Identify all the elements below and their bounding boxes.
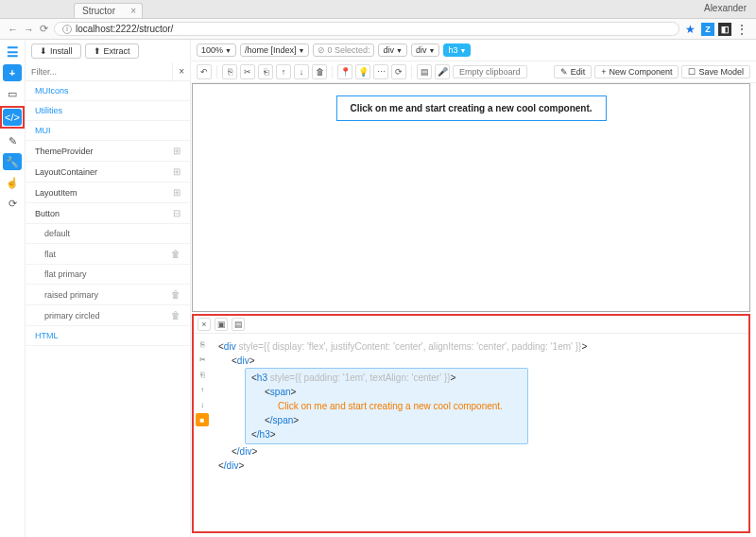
gutter-cut-icon[interactable]: ✂: [196, 353, 209, 366]
selected-count[interactable]: ⊘ 0 Selected:: [313, 43, 374, 57]
url-field[interactable]: i localhost:2222/structor/: [54, 22, 679, 36]
sidebar-item-html[interactable]: HTML: [26, 326, 190, 346]
toolbar: ↶ ⎘ ✂ ⎗ ↑ ↓ 🗑 📍 💡 ⋯ ⟳ ▤ 🎤 Empty clipboar…: [191, 61, 756, 83]
mic-icon[interactable]: 🎤: [435, 64, 450, 79]
sidebar-item-utilities[interactable]: Utilities: [26, 101, 190, 121]
menu-dots-icon[interactable]: ⋮: [735, 22, 748, 37]
crumb-h3[interactable]: h3▼: [443, 43, 471, 57]
save-model-button[interactable]: ☐ Save Model: [681, 65, 750, 78]
site-info-icon[interactable]: i: [62, 25, 72, 34]
more-icon[interactable]: ⋯: [373, 64, 388, 79]
code-panel-header: × ▣ ▤: [194, 316, 748, 334]
bulb-icon[interactable]: 💡: [355, 64, 370, 79]
main-area: 100%▼ /home [Index]▼ ⊘ 0 Selected: div▼ …: [191, 40, 756, 537]
delete-icon[interactable]: 🗑: [171, 289, 180, 300]
reload-icon[interactable]: ⟳: [40, 23, 48, 35]
down-icon[interactable]: ↓: [294, 64, 309, 79]
gutter-up-icon[interactable]: ↑: [196, 383, 209, 396]
sidebar-item-default[interactable]: default: [26, 224, 190, 244]
extension-icons: Z ◧ ⋮: [701, 22, 748, 37]
page-select[interactable]: /home [Index]▼: [240, 43, 309, 57]
code-gutter: ⎘ ✂ ⎗ ↑ ↓ ■: [194, 334, 211, 531]
paste-icon[interactable]: ⎗: [258, 64, 273, 79]
sidebar-item-layoutcontainer[interactable]: LayoutContainer⊞: [26, 162, 190, 182]
expand-icon[interactable]: ⊞: [173, 146, 180, 156]
extension-dark-icon[interactable]: ◧: [718, 23, 731, 36]
breadcrumb-bar: 100%▼ /home [Index]▼ ⊘ 0 Selected: div▼ …: [191, 40, 756, 61]
clipboard-label: Empty clipboard: [453, 65, 527, 78]
filter-input[interactable]: [26, 62, 172, 80]
clear-filter-icon[interactable]: ×: [172, 62, 190, 80]
hand-icon[interactable]: ☝: [3, 174, 22, 191]
zoom-select[interactable]: 100%▼: [197, 43, 236, 57]
sidebar-item-mui[interactable]: MUI: [26, 121, 190, 141]
forward-icon[interactable]: →: [24, 24, 34, 35]
browser-tab[interactable]: Structor ×: [74, 3, 143, 18]
crumb-div[interactable]: div▼: [411, 43, 439, 57]
code-icon[interactable]: </>: [3, 109, 22, 126]
gutter-down-icon[interactable]: ↓: [196, 398, 209, 411]
book-icon[interactable]: ▭: [3, 85, 22, 102]
design-canvas[interactable]: Click on me and start creating a new coo…: [192, 83, 750, 312]
sidebar-item-layoutitem[interactable]: LayoutItem⊞: [26, 182, 190, 203]
back-icon[interactable]: ←: [8, 24, 18, 35]
extract-button[interactable]: ⬆ Extract: [85, 43, 139, 59]
url-text: localhost:2222/structor/: [76, 24, 173, 34]
highlight-box: </>: [0, 106, 25, 129]
gutter-copy-icon[interactable]: ⎘: [196, 338, 209, 351]
browser-urlbar: ← → ⟳ i localhost:2222/structor/ ★ Z ◧ ⋮: [0, 19, 756, 40]
edit-button[interactable]: ✎ Edit: [554, 65, 593, 78]
sidebar-item-primary-circled[interactable]: primary circled🗑: [26, 305, 190, 326]
expand-icon[interactable]: ⊞: [173, 187, 180, 198]
panel-tab1-icon[interactable]: ▣: [215, 318, 228, 331]
code-area[interactable]: <div style={{ display: 'flex', justifyCo…: [211, 334, 748, 531]
extension-z-icon[interactable]: Z: [701, 23, 714, 36]
delete-icon[interactable]: 🗑: [171, 249, 180, 259]
crumb-div[interactable]: div▼: [378, 43, 406, 57]
left-rail: ☰ + ▭ </> ✎ 🔧 ☝ ⟳: [0, 40, 26, 537]
expand-icon[interactable]: ⊞: [173, 166, 180, 177]
browser-tabbar: Structor × Alexander: [0, 0, 756, 19]
gutter-paste-icon[interactable]: ⎗: [196, 368, 209, 381]
bookmark-icon[interactable]: ★: [685, 23, 696, 36]
delete-icon[interactable]: 🗑: [171, 310, 180, 320]
selected-h3-element[interactable]: Click on me and start creating a new coo…: [335, 95, 606, 121]
wrench-icon[interactable]: 🔧: [3, 153, 22, 170]
up-icon[interactable]: ↑: [276, 64, 291, 79]
sidebar: ⬇ Install ⬆ Extract × MUIcons Utilities …: [26, 40, 191, 537]
copy-icon[interactable]: ⎘: [222, 64, 237, 79]
add-icon[interactable]: +: [3, 64, 22, 81]
sidebar-item-button[interactable]: Button⊟: [26, 203, 190, 224]
close-panel-icon[interactable]: ×: [198, 318, 211, 331]
sidebar-item-flat-primary[interactable]: flat primary: [26, 265, 190, 285]
cut-icon[interactable]: ✂: [240, 64, 255, 79]
sidebar-item-muicons[interactable]: MUIcons: [26, 81, 190, 101]
trash-icon[interactable]: 🗑: [312, 64, 327, 79]
gutter-marker-icon[interactable]: ■: [196, 413, 209, 426]
clip-icon[interactable]: ▤: [417, 64, 432, 79]
browser-user: Alexander: [704, 3, 747, 13]
refresh-icon[interactable]: ⟳: [3, 195, 22, 212]
install-button[interactable]: ⬇ Install: [31, 43, 81, 59]
sidebar-item-flat[interactable]: flat🗑: [26, 244, 190, 265]
brush-icon[interactable]: ✎: [3, 132, 22, 149]
sidebar-item-themeprovider[interactable]: ThemeProvider⊞: [26, 141, 190, 162]
cycle-icon[interactable]: ⟳: [391, 64, 406, 79]
hamburger-icon[interactable]: ☰: [3, 43, 22, 61]
pin-icon[interactable]: 📍: [337, 64, 352, 79]
close-tab-icon[interactable]: ×: [130, 6, 136, 16]
undo-icon[interactable]: ↶: [197, 64, 212, 79]
sidebar-item-raised-primary[interactable]: raised primary🗑: [26, 285, 190, 305]
code-panel: × ▣ ▤ ⎘ ✂ ⎗ ↑ ↓ ■ <div style={{ display:…: [192, 314, 750, 533]
collapse-icon[interactable]: ⊟: [173, 208, 180, 218]
panel-tab2-icon[interactable]: ▤: [232, 318, 245, 331]
new-component-button[interactable]: + New Component: [594, 65, 679, 78]
tab-title: Structor: [82, 6, 115, 16]
app-root: ☰ + ▭ </> ✎ 🔧 ☝ ⟳ ⬇ Install ⬆ Extract × …: [0, 40, 756, 537]
